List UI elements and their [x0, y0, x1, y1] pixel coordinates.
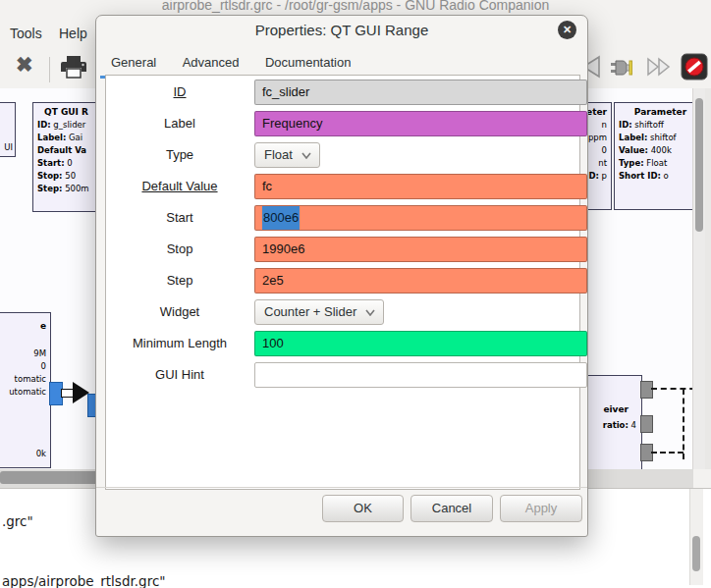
field-row-gui-hint: GUI Hint: [106, 362, 579, 388]
block-line: 9M: [33, 348, 46, 358]
field-label-default-value: Default Value: [106, 174, 253, 199]
grc-window: airprobe_rtlsdr.grc - /root/gr-gsm/apps …: [0, 0, 711, 588]
connection-wire-dashed: [683, 389, 684, 459]
console-line: .grc": [2, 513, 33, 529]
field-row-default-value: Default Value fc: [106, 174, 579, 199]
block-line: e: [40, 319, 46, 333]
tab-general[interactable]: General: [100, 48, 167, 76]
block-line: 0: [41, 361, 46, 371]
scrollbar-thumb[interactable]: [695, 98, 703, 232]
connection-wire-dashed: [651, 452, 684, 454]
dialog-close-button[interactable]: ✕: [558, 21, 576, 39]
block-label: UI: [4, 142, 13, 152]
default-value-input[interactable]: fc: [254, 174, 587, 199]
tab-label: General: [111, 55, 156, 70]
dialog-tabs: General Advanced Documentation: [100, 48, 361, 78]
print-icon[interactable]: [59, 53, 88, 82]
stop-input[interactable]: 1990e6: [254, 237, 587, 262]
window-title: airprobe_rtlsdr.grc - /root/gr-gsm/apps …: [0, 0, 711, 15]
block-line: ratio: 4: [603, 420, 636, 430]
tab-documentation[interactable]: Documentation: [254, 48, 361, 76]
label-input[interactable]: Frequency: [254, 111, 587, 136]
console-line: apps/airprobe_rtlsdr.grc": [2, 573, 166, 588]
id-input[interactable]: fc_slider: [254, 80, 587, 105]
tab-advanced[interactable]: Advanced: [172, 48, 250, 76]
properties-dialog: Properties: QT GUI Range ✕ General Advan…: [95, 15, 588, 537]
field-label-label: Label: [106, 111, 253, 136]
dialog-button-row: OK Cancel Apply: [96, 487, 587, 536]
field-row-type: Type Float: [106, 142, 579, 168]
field-label-id: ID: [106, 80, 253, 105]
field-label-type: Type: [106, 142, 253, 168]
minimum-length-input[interactable]: 100: [254, 331, 587, 356]
field-label-stop: Stop: [106, 237, 253, 262]
block-line: tomatic: [15, 374, 46, 384]
fast-forward-icon[interactable]: [645, 53, 673, 80]
field-label-widget: Widget: [106, 299, 253, 325]
field-label-gui-hint: GUI Hint: [106, 362, 253, 388]
field-row-step: Step 2e5: [106, 268, 579, 294]
output-port[interactable]: [640, 415, 653, 433]
field-row-start: Start 800e6: [106, 205, 579, 231]
field-label-start: Start: [106, 205, 253, 231]
block-source-fragment[interactable]: e 9M 0 tomatic utomatic 0k: [0, 312, 51, 468]
field-row-id: ID fc_slider: [106, 80, 579, 105]
menu-tools[interactable]: Tools: [6, 24, 46, 43]
step-input[interactable]: 2e5: [254, 268, 587, 294]
field-row-label: Label Frequency: [106, 111, 579, 136]
dialog-title: Properties: QT GUI Range: [96, 22, 587, 38]
ok-button[interactable]: OK: [322, 495, 404, 522]
field-label-step: Step: [106, 268, 253, 294]
toolbar-separator: [49, 57, 50, 82]
console-vertical-scrollbar[interactable]: [689, 489, 703, 585]
block-line: utomatic: [9, 387, 46, 397]
field-label-minimum-length: Minimum Length: [106, 331, 253, 356]
field-row-stop: Stop 1990e6: [106, 237, 579, 262]
field-row-minimum-length: Minimum Length 100: [106, 331, 579, 356]
start-input[interactable]: 800e6: [254, 205, 587, 231]
cancel-button[interactable]: Cancel: [410, 495, 493, 522]
canvas-vertical-scrollbar[interactable]: [692, 88, 705, 469]
block-options-fragment[interactable]: UI: [0, 102, 16, 157]
field-row-widget: Widget Counter + Slider: [106, 299, 579, 325]
dropdown-value: Counter + Slider: [264, 304, 356, 319]
canvas-edge: [705, 88, 711, 469]
kill-icon[interactable]: [681, 52, 708, 81]
scrollbar-thumb[interactable]: [692, 536, 700, 571]
block-title: eiver: [603, 402, 629, 416]
close-icon[interactable]: ✖: [16, 53, 33, 77]
apply-button[interactable]: Apply: [500, 495, 582, 522]
chevron-down-icon: [365, 300, 375, 324]
type-dropdown[interactable]: Float: [254, 142, 320, 168]
gui-hint-input[interactable]: [254, 362, 587, 388]
dropdown-value: Float: [264, 147, 293, 162]
output-port[interactable]: [640, 381, 653, 399]
dialog-form: ID fc_slider Label Frequency Type Float …: [105, 75, 580, 490]
block-line: 0k: [36, 449, 46, 458]
widget-dropdown[interactable]: Counter + Slider: [254, 299, 384, 325]
selected-text: 800e6: [262, 206, 300, 230]
plug-icon[interactable]: [609, 53, 638, 82]
tab-label: Documentation: [265, 55, 351, 70]
tab-label: Advanced: [183, 55, 240, 70]
menu-help[interactable]: Help: [55, 24, 91, 43]
chevron-down-icon: [301, 143, 311, 167]
